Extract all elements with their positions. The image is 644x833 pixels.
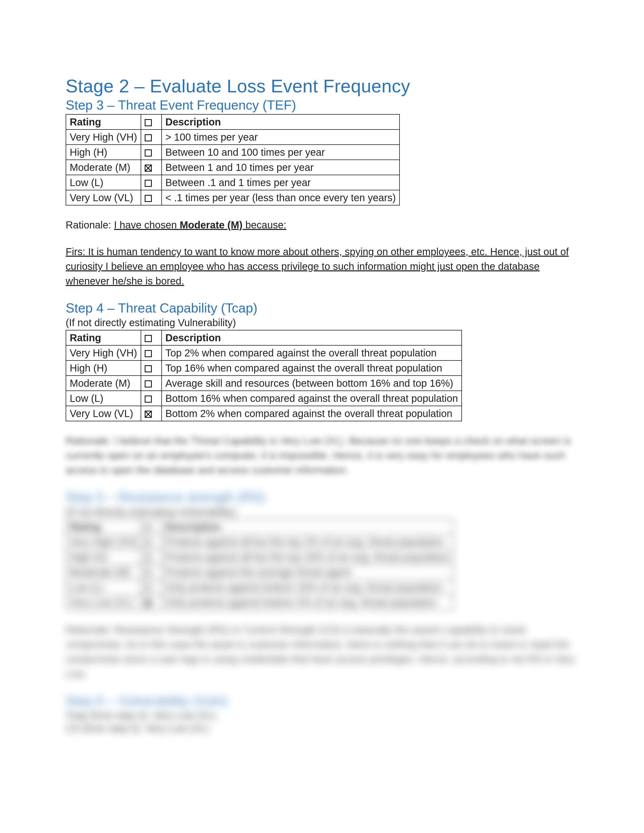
rationale-prefix: Rationale: bbox=[66, 219, 114, 230]
rating-cell: Low (L) bbox=[66, 391, 141, 406]
table-row: High (H) Protects against all but the to… bbox=[66, 550, 453, 564]
checkbox-icon bbox=[145, 150, 152, 156]
table-row: Low (L) Only protects against bottom 16%… bbox=[66, 580, 453, 595]
col-rating: Rating bbox=[66, 519, 141, 534]
checkbox-icon bbox=[145, 569, 152, 577]
col-description: Description bbox=[162, 519, 453, 534]
rating-cell: Very High (VH) bbox=[66, 534, 141, 550]
step6-line1: Tcap (from step 4): Very Low (VL) bbox=[66, 710, 578, 721]
rating-cell: High (H) bbox=[66, 550, 141, 564]
col-rating: Rating bbox=[66, 114, 141, 130]
step5-rationale-blurred: Rationale: Resistance Strength (RS) or C… bbox=[66, 622, 578, 681]
check-cell bbox=[141, 564, 162, 580]
table-row: Low (L) Between .1 and 1 times per year bbox=[66, 175, 399, 190]
checkbox-icon bbox=[145, 180, 152, 187]
checkbox-icon bbox=[145, 554, 152, 561]
col-description: Description bbox=[162, 114, 400, 130]
checkbox-icon bbox=[145, 380, 152, 388]
check-cell bbox=[141, 145, 162, 160]
table-row: Moderate (M) Between 1 and 10 times per … bbox=[66, 160, 399, 175]
desc-cell: Protects against all but the top 2% of a… bbox=[162, 534, 453, 550]
desc-cell: Bottom 2% when compared against the over… bbox=[162, 406, 462, 421]
desc-cell: > 100 times per year bbox=[162, 130, 400, 145]
checkbox-icon bbox=[145, 539, 152, 546]
checkbox-icon bbox=[145, 119, 152, 126]
stage-title: Stage 2 – Evaluate Loss Event Frequency bbox=[66, 76, 578, 96]
step5-table: Rating Description Very High (VH) Protec… bbox=[66, 519, 454, 610]
step3-heading: Step 3 – Threat Event Frequency (TEF) bbox=[66, 97, 578, 113]
check-cell bbox=[141, 580, 162, 595]
desc-cell: Between 10 and 100 times per year bbox=[162, 145, 400, 160]
rating-cell: Very High (VH) bbox=[66, 345, 141, 360]
rationale-bold: Moderate (M) bbox=[180, 219, 242, 230]
checkbox-icon bbox=[145, 335, 152, 342]
check-cell bbox=[141, 595, 162, 610]
check-cell bbox=[141, 391, 162, 406]
rating-cell: Moderate (M) bbox=[66, 564, 141, 580]
desc-cell: Only protects against bottom 16% of an a… bbox=[162, 580, 453, 595]
col-rating: Rating bbox=[66, 330, 141, 345]
table-header-row: Rating Description bbox=[66, 519, 453, 534]
check-cell bbox=[141, 406, 162, 421]
check-cell bbox=[141, 130, 162, 145]
checkbox-icon bbox=[145, 195, 152, 202]
rationale-chosen: I have chosen Moderate (M) because: bbox=[114, 219, 287, 230]
desc-cell: Bottom 16% when compared against the ove… bbox=[162, 391, 462, 406]
table-row: Very High (VH) > 100 times per year bbox=[66, 130, 399, 145]
step5-subnote: (If not directly estimating Vulnerabilit… bbox=[66, 506, 578, 518]
step4-subnote: (If not directly estimating Vulnerabilit… bbox=[66, 317, 578, 328]
rating-cell: Very Low (VL) bbox=[66, 595, 141, 610]
desc-cell: Between .1 and 1 times per year bbox=[162, 175, 400, 190]
rating-cell: Moderate (M) bbox=[66, 160, 141, 175]
table-header-row: Rating Description bbox=[66, 114, 399, 130]
table-row: Very Low (VL) Bottom 2% when compared ag… bbox=[66, 406, 462, 421]
rating-cell: High (H) bbox=[66, 360, 141, 376]
step4-rationale-blurred: Rationale: I believe that the Threat Cap… bbox=[66, 433, 578, 477]
checkbox-icon bbox=[145, 585, 152, 592]
checkbox-icon bbox=[145, 365, 152, 372]
check-cell bbox=[141, 190, 162, 205]
col-check bbox=[141, 330, 162, 345]
rating-cell: High (H) bbox=[66, 145, 141, 160]
desc-cell: Protects against all but the top 16% of … bbox=[162, 550, 453, 564]
desc-cell: Top 2% when compared against the overall… bbox=[162, 345, 462, 360]
table-row: Very High (VH) Top 2% when compared agai… bbox=[66, 345, 462, 360]
rating-cell: Moderate (M) bbox=[66, 376, 141, 391]
col-description: Description bbox=[162, 330, 462, 345]
checkbox-icon bbox=[145, 396, 152, 403]
check-cell bbox=[141, 534, 162, 550]
document-page: Stage 2 – Evaluate Loss Event Frequency … bbox=[0, 0, 644, 734]
table-header-row: Rating Description bbox=[66, 330, 462, 345]
desc-cell: Average skill and resources (between bot… bbox=[162, 376, 462, 391]
table-row: Very Low (VL) Only protects against bott… bbox=[66, 595, 453, 610]
step6-line2: CS (from step 5): Very Low (VL) bbox=[66, 723, 578, 734]
rating-cell: Low (L) bbox=[66, 580, 141, 595]
rating-cell: Very Low (VL) bbox=[66, 190, 141, 205]
check-cell bbox=[141, 360, 162, 376]
desc-cell: Protects against the average threat agen… bbox=[162, 564, 453, 580]
checkbox-icon bbox=[145, 411, 152, 418]
checkbox-icon bbox=[145, 524, 152, 531]
rating-cell: Low (L) bbox=[66, 175, 141, 190]
checkbox-icon bbox=[145, 350, 152, 357]
check-cell bbox=[141, 345, 162, 360]
blurred-content: Rationale: I believe that the Threat Cap… bbox=[66, 433, 578, 477]
check-cell bbox=[141, 376, 162, 391]
desc-cell: Top 16% when compared against the overal… bbox=[162, 360, 462, 376]
col-check bbox=[141, 114, 162, 130]
step3-rationale-line: Rationale: I have chosen Moderate (M) be… bbox=[66, 217, 578, 232]
desc-cell: < .1 times per year (less than once ever… bbox=[162, 190, 400, 205]
blurred-content: Step 5 – Resistance strength (RS) (If no… bbox=[66, 489, 578, 734]
table-row: High (H) Top 16% when compared against t… bbox=[66, 360, 462, 376]
step6-heading: Step 6 – Vulnerability (Vuln) bbox=[66, 693, 578, 708]
step5-heading: Step 5 – Resistance strength (RS) bbox=[66, 489, 578, 505]
check-cell bbox=[141, 175, 162, 190]
table-row: Very High (VH) Protects against all but … bbox=[66, 534, 453, 550]
check-cell bbox=[141, 550, 162, 564]
step3-table: Rating Description Very High (VH) > 100 … bbox=[66, 114, 400, 206]
table-row: Low (L) Bottom 16% when compared against… bbox=[66, 391, 462, 406]
step3-rationale-body: Firs: It is human tendency to want to kn… bbox=[66, 244, 578, 288]
col-check bbox=[141, 519, 162, 534]
step4-table: Rating Description Very High (VH) Top 2%… bbox=[66, 330, 462, 421]
rating-cell: Very Low (VL) bbox=[66, 406, 141, 421]
